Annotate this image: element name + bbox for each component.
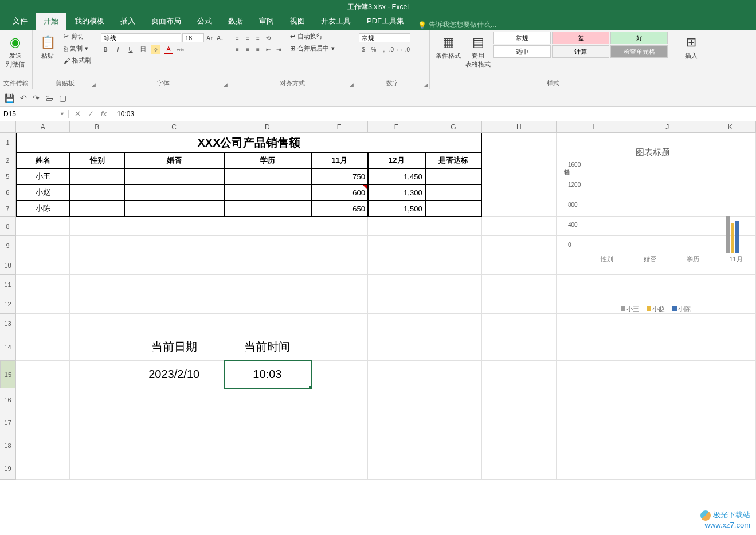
embedded-chart[interactable]: 图表标题 销售额 1600 1200 800 400 0 性别 婚否 学历 11… [550,147,756,319]
col-G[interactable]: G [425,121,483,132]
cell[interactable] [704,333,756,361]
qat-btn[interactable]: 🗁 [45,93,53,103]
cell-B5[interactable] [70,168,124,184]
cell[interactable] [16,255,70,275]
cell[interactable] [482,314,556,333]
cell[interactable] [124,275,224,294]
dec-decimal-button[interactable]: ←.0 [400,45,409,54]
fill-color-button[interactable]: ◊ [151,45,160,54]
row-2[interactable]: 2 [0,152,16,168]
cell[interactable] [704,411,756,434]
cell[interactable] [425,457,483,480]
cell[interactable] [124,434,224,457]
cell[interactable] [311,434,369,457]
cut-button[interactable]: ✂剪切 [61,31,93,42]
cell[interactable] [70,294,124,314]
font-name-select[interactable] [101,33,181,42]
fx-icon[interactable]: fx [101,109,107,118]
cell[interactable] [425,275,483,294]
cell-C5[interactable] [124,168,224,184]
copy-button[interactable]: ⎘复制▾ [61,43,93,54]
decrease-font-button[interactable]: A↓ [216,33,225,42]
cell[interactable] [482,217,556,236]
cell-E7[interactable]: 650 [311,200,369,217]
font-dialog-launcher[interactable]: ◢ [224,82,228,88]
number-dialog-launcher[interactable]: ◢ [424,82,428,88]
cell[interactable] [425,434,483,457]
formula-input[interactable]: 10:03 [112,110,756,118]
cell[interactable] [124,314,224,333]
cell-D15[interactable]: 10:03 [224,361,311,388]
cell[interactable] [16,388,70,411]
cell[interactable] [224,314,311,333]
cell[interactable] [70,236,124,255]
cell-h-marry[interactable]: 婚否 [124,152,224,168]
col-A[interactable]: A [16,121,70,132]
cell[interactable] [368,275,425,294]
cell[interactable] [425,236,483,255]
align-bottom-button[interactable]: ≡ [253,33,263,42]
inc-decimal-button[interactable]: .0→ [390,45,399,54]
cell-A5[interactable]: 小王 [16,168,70,184]
col-F[interactable]: F [368,121,425,132]
italic-button[interactable]: I [113,45,123,54]
cell[interactable] [70,361,124,388]
qat-btn2[interactable]: ▢ [59,93,66,103]
cell[interactable] [311,361,369,388]
col-H[interactable]: H [482,121,556,132]
cell-h-12[interactable]: 12月 [368,152,425,168]
align-top-button[interactable]: ≡ [233,33,242,42]
cell[interactable] [557,388,630,411]
cell[interactable] [70,457,124,480]
conditional-format-button[interactable]: ▦条件格式 [433,31,463,62]
cell[interactable] [368,411,425,434]
cell[interactable] [630,411,704,434]
cell[interactable] [16,275,70,294]
cell[interactable] [311,314,369,333]
cell[interactable] [70,333,124,361]
align-center-button[interactable]: ≡ [243,45,252,54]
cell[interactable] [16,434,70,457]
cell[interactable] [311,388,369,411]
border-button[interactable]: 田 [139,45,148,54]
cell[interactable] [630,333,704,361]
cell-D6[interactable] [224,184,311,200]
cell[interactable] [224,411,311,434]
cell[interactable] [368,217,425,236]
cell[interactable] [482,200,556,217]
cell[interactable] [425,411,483,434]
col-B[interactable]: B [70,121,124,132]
cell[interactable] [311,457,369,480]
cell[interactable] [482,411,556,434]
align-middle-button[interactable]: ≡ [243,33,252,42]
cell[interactable] [704,457,756,480]
cell[interactable] [70,434,124,457]
cell[interactable] [482,236,556,255]
cell[interactable] [630,361,704,388]
tab-formula[interactable]: 公式 [189,13,220,30]
row-15[interactable]: 15 [0,361,16,388]
style-neutral[interactable]: 适中 [493,45,551,58]
cell[interactable] [311,217,369,236]
cell-G7[interactable] [425,200,483,217]
cell[interactable] [311,411,369,434]
align-right-button[interactable]: ≡ [253,45,263,54]
cell-h-ok[interactable]: 是否达标 [425,152,483,168]
cell-G6[interactable] [425,184,483,200]
cell-E6[interactable]: 600 [311,184,369,200]
cell-C14[interactable]: 当前日期 [124,333,224,361]
align-left-button[interactable]: ≡ [233,45,242,54]
save-button[interactable]: 💾 [5,93,14,103]
tab-home[interactable]: 开始 [36,13,66,30]
cell[interactable] [16,411,70,434]
cell[interactable] [311,255,369,275]
cell[interactable] [224,275,311,294]
cell-C15[interactable]: 2023/2/10 [124,361,224,388]
tab-data[interactable]: 数据 [220,13,251,30]
underline-button[interactable]: U [126,45,135,54]
paste-button[interactable]: 📋粘贴 [36,31,59,62]
cell[interactable] [70,314,124,333]
cell-F7[interactable]: 1,500 [368,200,425,217]
cell[interactable] [16,457,70,480]
cell[interactable] [16,361,70,388]
